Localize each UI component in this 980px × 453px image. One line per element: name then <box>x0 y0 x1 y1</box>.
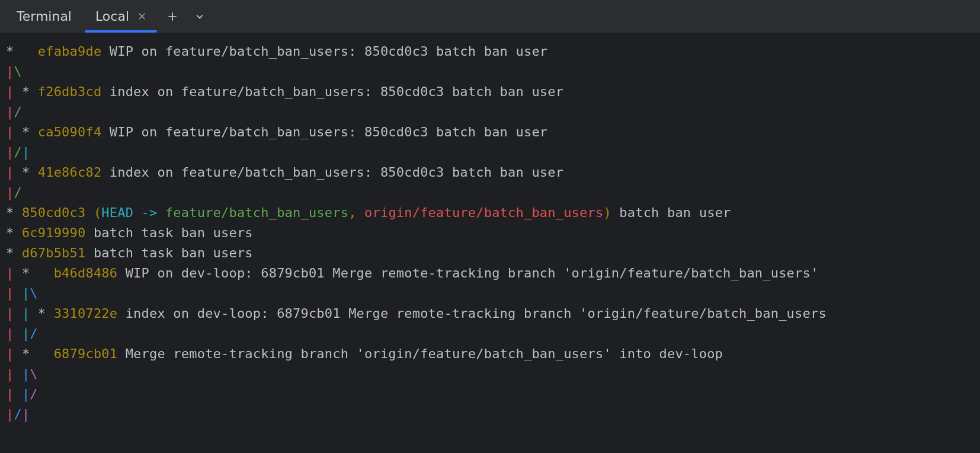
terminal-line: | |/ <box>6 384 974 404</box>
terminal-line: |/ <box>6 102 974 122</box>
terminal-line: * 6c919990 batch task ban users <box>6 223 974 243</box>
terminal-panel-label: Terminal <box>4 9 85 24</box>
close-icon[interactable]: ✕ <box>137 10 146 23</box>
terminal-line: |\ <box>6 62 974 82</box>
terminal-tab-local[interactable]: Local ✕ <box>85 0 157 33</box>
terminal-line: * 850cd0c3 (HEAD -> feature/batch_ban_us… <box>6 203 974 223</box>
terminal-line: * d67b5b51 batch task ban users <box>6 243 974 263</box>
terminal-line: |/| <box>6 142 974 162</box>
terminal-line: | * f26db3cd index on feature/batch_ban_… <box>6 82 974 102</box>
terminal-output[interactable]: * efaba9de WIP on feature/batch_ban_user… <box>0 33 980 425</box>
terminal-line: | * ca5090f4 WIP on feature/batch_ban_us… <box>6 122 974 142</box>
plus-icon <box>166 11 178 23</box>
terminal-tab-label: Local <box>95 9 129 24</box>
terminal-line: | |\ <box>6 283 974 304</box>
terminal-line: * efaba9de WIP on feature/batch_ban_user… <box>6 42 974 62</box>
terminal-line: | * 6879cb01 Merge remote-tracking branc… <box>6 344 974 364</box>
new-terminal-button[interactable] <box>161 5 184 28</box>
terminal-line: | |\ <box>6 364 974 384</box>
terminal-line: |/| <box>6 404 974 425</box>
terminal-line: |/ <box>6 183 974 203</box>
terminal-line: | | * 3310722e index on dev-loop: 6879cb… <box>6 304 974 324</box>
chevron-down-icon <box>194 11 206 23</box>
terminal-line: | |/ <box>6 324 974 344</box>
terminal-menu-button[interactable] <box>188 5 212 28</box>
terminal-line: | * 41e86c82 index on feature/batch_ban_… <box>6 162 974 183</box>
terminal-tabbar: Terminal Local ✕ <box>0 0 980 33</box>
terminal-line: | * b46d8486 WIP on dev-loop: 6879cb01 M… <box>6 263 974 283</box>
